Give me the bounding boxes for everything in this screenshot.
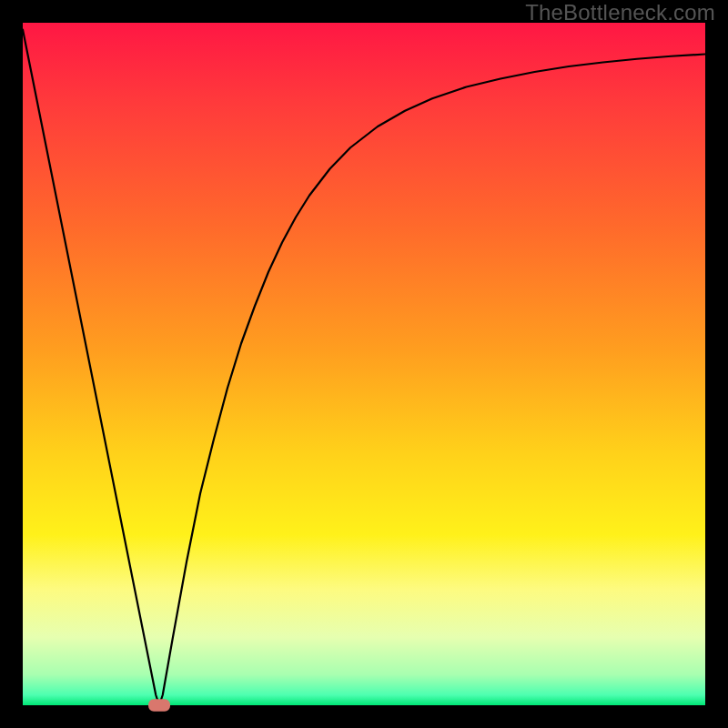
sweet-spot-marker (148, 699, 170, 712)
chart-container: TheBottleneck.com (0, 0, 728, 728)
watermark-text: TheBottleneck.com (525, 0, 715, 25)
bottleneck-chart (0, 0, 728, 728)
plot-background (23, 23, 705, 705)
